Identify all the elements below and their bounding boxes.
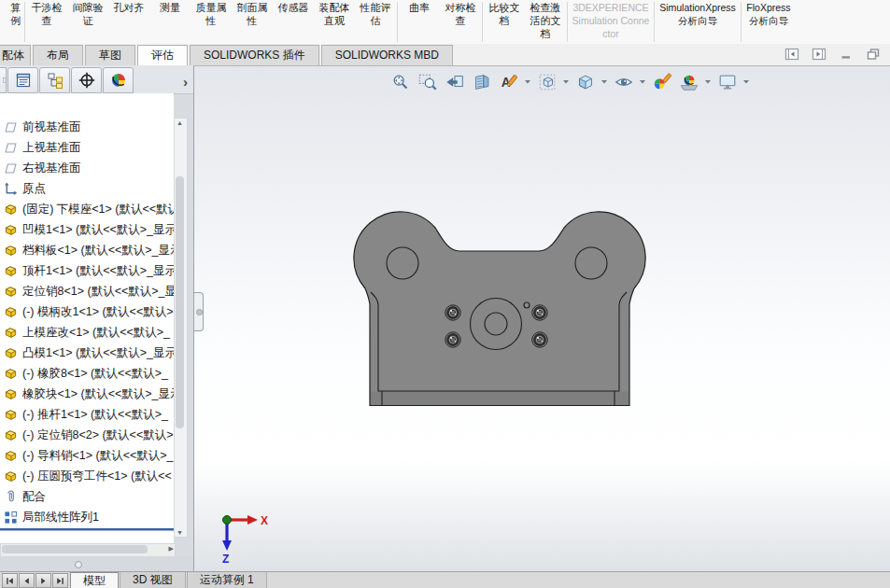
display-style-icon[interactable] — [573, 70, 598, 94]
plane-icon — [4, 161, 18, 175]
panel-tab-configurationmanager[interactable] — [39, 67, 70, 93]
tab-SOLIDWORKS MBD[interactable]: SOLIDWORKS MBD — [321, 45, 453, 65]
toolbar-item[interactable]: SimulationXpress 分析向导 — [656, 0, 740, 44]
dropdown-caret-icon[interactable] — [704, 79, 713, 85]
tab-配体[interactable]: 配体 — [0, 45, 31, 65]
tree-item[interactable]: 橡胶块<1> (默认<<默认>_显示 — [0, 384, 174, 404]
tree-item[interactable]: 右视基准面 — [0, 158, 174, 178]
toolbar-item[interactable]: 质量属性 — [191, 0, 232, 44]
toolbar-separator — [24, 2, 25, 42]
panel-splitter-handle[interactable] — [194, 292, 204, 331]
doc-tab-3D 视图[interactable]: 3D 视图 — [120, 572, 186, 588]
tab-评估[interactable]: 评估 — [137, 45, 188, 65]
tabnav-next-icon[interactable] — [35, 573, 51, 588]
plane-icon — [4, 120, 18, 134]
tree-item[interactable]: (-) 定位销8<2> (默认<<默认> — [0, 425, 174, 445]
tab-SOLIDWORKS 插件[interactable]: SOLIDWORKS 插件 — [190, 45, 319, 65]
apply-scene-icon[interactable] — [677, 70, 701, 94]
dropdown-caret-icon[interactable] — [639, 79, 647, 85]
tree-item[interactable]: (-) 导料销<1> (默认<<默认>_ — [0, 445, 174, 466]
scroll-up-icon[interactable]: ▲ — [175, 119, 185, 126]
splitter-dot[interactable] — [75, 561, 82, 568]
tabnav-first-icon[interactable] — [2, 573, 18, 588]
tabnav-last-icon[interactable] — [52, 573, 68, 588]
model-silhouette[interactable] — [354, 212, 645, 406]
zoom-fit-icon[interactable] — [388, 70, 413, 94]
tree-item[interactable]: (-) 压圆预弯工件<1> (默认<< — [0, 466, 174, 486]
panel-tab-propertymanager[interactable] — [7, 67, 38, 93]
view-orientation-icon[interactable] — [535, 70, 559, 94]
tab-布局[interactable]: 布局 — [33, 45, 83, 65]
toolbar-item-label: 测量 — [160, 1, 180, 14]
panel-tab-featuremanager[interactable] — [0, 67, 7, 93]
toolbar-item[interactable]: 传感器 — [273, 0, 314, 44]
panel-tab-dimxpertmanager[interactable] — [71, 67, 102, 93]
tree-item[interactable]: 局部线性阵列1 — [0, 507, 174, 527]
toolbar-item[interactable]: 检查激活的文档 — [525, 0, 566, 44]
toolbar-item[interactable]: 性能评估 — [355, 0, 396, 44]
tabnav-previous-icon[interactable] — [19, 573, 35, 588]
scroll-down-icon[interactable]: ▼ — [175, 529, 185, 536]
dropdown-caret-icon[interactable] — [562, 79, 571, 85]
tree-vertical-scrollbar[interactable]: ▲ ▼ — [174, 118, 188, 538]
toolbar-item[interactable]: 曲率 — [399, 0, 440, 44]
tree-item[interactable]: 定位销8<1> (默认<<默认>_显 — [0, 281, 174, 301]
toolbar-item-partial[interactable]: 算例 — [0, 0, 23, 44]
annotation-views-icon[interactable]: A — [497, 70, 521, 94]
panel-tab-displaymanager[interactable] — [103, 67, 134, 93]
tree-item[interactable]: (-) 模柄改1<1> (默认<<默认> — [0, 301, 174, 322]
rollback-bar[interactable] — [0, 528, 174, 531]
command-manager-toolbar: 算例干涉检查间隙验证孔对齐测量质量属性剖面属性传感器装配体直观性能评估曲率对称检… — [0, 0, 890, 45]
tree-item[interactable]: (-) 推杆1<1> (默认<<默认>_ — [0, 404, 174, 425]
tree-item[interactable]: 顶杆1<1> (默认<<默认>_显示 — [0, 260, 174, 281]
toolbar-item[interactable]: 装配体直观 — [314, 0, 355, 44]
part-icon — [4, 367, 18, 381]
tree-item[interactable]: 凹模1<1> (默认<<默认>_显示 — [0, 219, 174, 240]
dropdown-caret-icon[interactable] — [742, 79, 751, 85]
tree-item[interactable]: (-) 橡胶8<1> (默认<<默认>_ — [0, 363, 174, 384]
doc-tab-模型[interactable]: 模型 — [70, 572, 119, 588]
previous-view-icon[interactable] — [443, 70, 467, 94]
tree-item[interactable]: 前视基准面 — [0, 117, 174, 137]
tree-item[interactable]: 配合 — [0, 486, 174, 507]
assembly-model-front-view[interactable]: X Z — [194, 66, 890, 570]
section-view-icon[interactable] — [470, 70, 494, 94]
toolbar-item[interactable]: FloXpress 分析向导 — [742, 0, 795, 44]
edit-appearance-icon[interactable] — [650, 70, 674, 94]
toolbar-item[interactable]: 比较文档 — [484, 0, 525, 44]
restore-window-icon[interactable] — [866, 48, 881, 61]
dropdown-caret-icon[interactable] — [600, 79, 609, 85]
toolbar-item[interactable]: 孔对齐 — [108, 0, 149, 44]
minimize-window-icon[interactable] — [839, 48, 854, 61]
toolbar-item[interactable]: 测量 — [149, 0, 191, 44]
tree-item[interactable]: 上模座改<1> (默认<<默认>_ — [0, 322, 174, 343]
view-settings-icon[interactable] — [715, 70, 740, 94]
expand-pane-arrow[interactable]: › — [183, 74, 188, 90]
toolbar-item[interactable]: 间隙验证 — [67, 0, 108, 44]
tree-item[interactable]: 上视基准面 — [0, 137, 174, 158]
tree-item[interactable]: 档料板<1> (默认<<默认>_显示 — [0, 240, 174, 260]
collapse-left-pane-icon[interactable] — [784, 48, 799, 61]
hide-show-items-icon[interactable] — [612, 70, 636, 94]
doc-tab-运动算例 1[interactable]: 运动算例 1 — [187, 572, 267, 588]
scroll-right-icon[interactable]: ▶ — [169, 545, 174, 553]
collapse-right-pane-icon[interactable] — [812, 48, 826, 61]
origin-dot-icon — [223, 516, 232, 525]
tree-horizontal-scrollbar[interactable]: ▶ — [0, 543, 176, 557]
toolbar-item[interactable]: 对称检查 — [440, 0, 481, 44]
graphics-area[interactable]: X Z A — [193, 65, 890, 571]
pane-window-controls — [784, 48, 881, 61]
toolbar-item[interactable]: 干涉检查 — [26, 0, 67, 44]
feature-tree: 前视基准面上视基准面右视基准面原点(固定) 下模座<1> (默认<<默认凹模1<… — [0, 93, 174, 544]
horizontal-scroll-thumb[interactable] — [2, 545, 148, 553]
tab-草图[interactable]: 草图 — [85, 45, 135, 65]
zoom-area-icon[interactable] — [416, 70, 440, 94]
part-icon — [4, 408, 18, 422]
vertical-scroll-thumb[interactable] — [176, 176, 184, 428]
toolbar-item[interactable]: 剖面属性 — [232, 0, 273, 44]
tree-item[interactable]: 凸模1<1> (默认<<默认>_显示 — [0, 343, 174, 363]
tree-item[interactable]: 原点 — [0, 178, 174, 199]
tree-item[interactable]: (固定) 下模座<1> (默认<<默认 — [0, 199, 174, 219]
toolbar-item-label: FloXpress 分析向导 — [743, 1, 794, 27]
dropdown-caret-icon[interactable] — [524, 79, 532, 85]
